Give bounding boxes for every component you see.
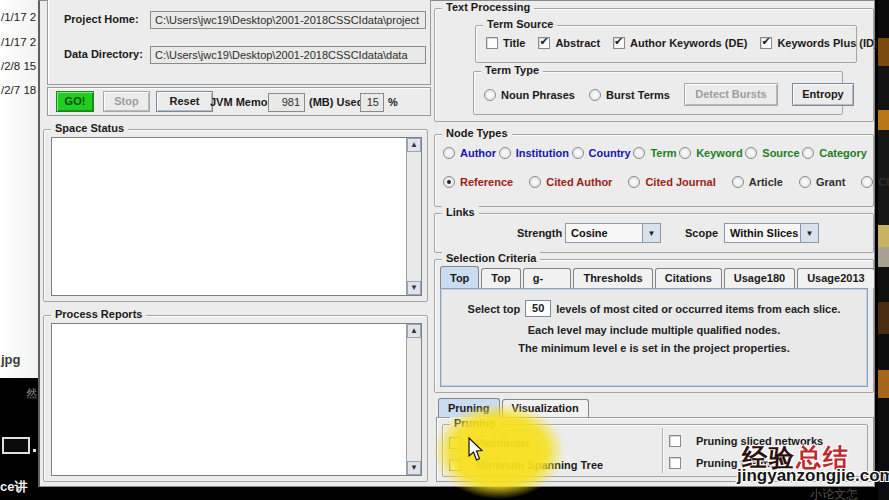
radio-source[interactable]: Source xyxy=(745,147,799,159)
radio-grant[interactable]: Grant xyxy=(799,176,845,188)
radio-label: Cited Author xyxy=(546,176,612,188)
entropy-button[interactable]: Entropy xyxy=(792,83,854,106)
tab-top-n-percent[interactable]: Top N% xyxy=(481,268,520,288)
radio-claim[interactable]: Claim xyxy=(861,176,889,188)
select-top-input[interactable]: 50 xyxy=(525,300,551,317)
space-status-title: Space Status xyxy=(51,122,128,134)
bg-date-line: /2/7 18 xyxy=(1,84,36,96)
radio-cited-journal[interactable]: Cited Journal xyxy=(628,176,715,188)
space-status-scrollbar[interactable]: ▲ ▼ xyxy=(406,138,421,295)
detect-bursts-button[interactable]: Detect Bursts xyxy=(684,83,778,106)
strength-value: Cosine xyxy=(566,227,642,239)
bg-date-line: /1/17 2 xyxy=(1,36,36,48)
bg-right-strip xyxy=(878,66,889,110)
radio-icon[interactable] xyxy=(443,147,455,159)
radio-label: Claim xyxy=(878,176,889,188)
reset-button[interactable]: Reset xyxy=(156,91,213,112)
radio-label: Source xyxy=(762,147,799,159)
chevron-down-icon[interactable]: ▼ xyxy=(800,224,818,242)
radio-icon[interactable] xyxy=(484,89,496,101)
radio-category[interactable]: Category xyxy=(802,147,867,159)
scroll-down-icon[interactable]: ▼ xyxy=(407,281,421,295)
jvm-memory-field[interactable]: 981 xyxy=(268,93,305,112)
divider xyxy=(662,428,663,473)
radio-icon[interactable] xyxy=(732,176,744,188)
radio-burst-terms[interactable]: Burst Terms xyxy=(589,89,670,101)
radio-author[interactable]: Author xyxy=(443,147,496,159)
checkbox-icon[interactable] xyxy=(669,457,681,469)
radio-label: Noun Phrases xyxy=(501,89,575,101)
strength-dropdown[interactable]: Cosine ▼ xyxy=(565,223,661,243)
term-type-title: Term Type xyxy=(481,64,543,76)
checkbox-checked-icon[interactable] xyxy=(538,37,550,49)
run-controls-panel: GO! Stop Reset JVM Memory 981 (MB) Used … xyxy=(47,87,431,116)
radio-label: Article xyxy=(749,176,783,188)
tab-usage180[interactable]: Usage180 xyxy=(724,268,795,288)
space-status-textarea[interactable]: ▲ ▼ xyxy=(51,137,422,296)
scope-dropdown[interactable]: Within Slices ▼ xyxy=(724,223,819,243)
radio-icon[interactable] xyxy=(628,176,640,188)
radio-country[interactable]: Country xyxy=(572,147,631,159)
data-directory-field[interactable]: C:\Users\jwc19\Desktop\2001-2018CSSCIdat… xyxy=(150,46,426,64)
percent-label: % xyxy=(388,96,398,108)
checkbox-icon[interactable] xyxy=(486,37,498,49)
radio-icon[interactable] xyxy=(633,147,645,159)
radio-selected-icon[interactable] xyxy=(443,176,455,188)
checkbox-checked-icon[interactable] xyxy=(613,37,625,49)
stop-button[interactable]: Stop xyxy=(103,91,150,112)
process-reports-textarea[interactable]: ▲ ▼ xyxy=(51,323,422,476)
tab-top-n[interactable]: Top N xyxy=(440,266,479,288)
radio-icon[interactable] xyxy=(679,147,691,159)
tab-usage2013[interactable]: Usage2013 xyxy=(797,268,875,288)
selection-criteria-title: Selection Criteria xyxy=(442,252,540,264)
radio-icon[interactable] xyxy=(589,89,601,101)
radio-icon[interactable] xyxy=(572,147,584,159)
chevron-down-icon[interactable]: ▼ xyxy=(642,224,660,242)
radio-icon[interactable] xyxy=(529,176,541,188)
radio-icon[interactable] xyxy=(861,176,873,188)
radio-icon[interactable] xyxy=(799,176,811,188)
checkbox-author-keywords[interactable]: Author Keywords (DE) xyxy=(613,37,747,49)
go-button[interactable]: GO! xyxy=(56,91,94,112)
tab-g-index[interactable]: g-index xyxy=(523,268,572,288)
criteria-note-line3: The minimum level e is set in the projec… xyxy=(518,342,789,354)
process-reports-scrollbar[interactable]: ▲ ▼ xyxy=(406,324,421,475)
bg-right-strip xyxy=(878,247,889,267)
radio-keyword[interactable]: Keyword xyxy=(679,147,742,159)
radio-noun-phrases[interactable]: Noun Phrases xyxy=(484,89,575,101)
checkbox-checked-icon[interactable] xyxy=(760,37,772,49)
project-paths-panel: Project Home: C:\Users\jwc19\Desktop\200… xyxy=(47,0,431,85)
background-file-list: /1/17 2 /1/17 2 /2/8 15 /2/7 18 jpg xyxy=(0,0,40,378)
project-home-field[interactable]: C:\Users\jwc19\Desktop\2001-2018CSSCIdat… xyxy=(150,11,426,29)
scroll-down-icon[interactable]: ▼ xyxy=(407,461,421,475)
node-types-title: Node Types xyxy=(442,127,512,139)
radio-icon[interactable] xyxy=(745,147,757,159)
radio-label: Institution xyxy=(516,147,569,159)
selection-criteria-group: Selection Criteria Top N Top N% g-index … xyxy=(434,259,874,393)
bg-right-strip xyxy=(878,267,889,302)
radio-label: Cited Journal xyxy=(645,176,715,188)
radio-icon[interactable] xyxy=(499,147,511,159)
checkbox-title[interactable]: Title xyxy=(486,37,525,49)
bg-right-strip xyxy=(878,302,889,334)
radio-institution[interactable]: Institution xyxy=(499,147,569,159)
checkbox-icon[interactable] xyxy=(669,435,681,447)
watermark-site-url: jingyanzongjie.com xyxy=(737,466,889,486)
checkbox-abstract[interactable]: Abstract xyxy=(538,37,600,49)
checkbox-keywords-plus[interactable]: Keywords Plus (ID) xyxy=(760,37,877,49)
bg-right-strip xyxy=(878,370,889,398)
radio-cited-author[interactable]: Cited Author xyxy=(529,176,612,188)
checkbox-label: Author Keywords (DE) xyxy=(630,37,747,49)
scroll-up-icon[interactable]: ▲ xyxy=(407,138,421,152)
scope-value: Within Slices xyxy=(725,227,800,239)
radio-reference[interactable]: Reference xyxy=(443,176,513,188)
tab-thresholds[interactable]: Thresholds xyxy=(573,268,652,288)
scroll-up-icon[interactable]: ▲ xyxy=(407,324,421,338)
radio-term[interactable]: Term xyxy=(633,147,676,159)
radio-article[interactable]: Article xyxy=(732,176,783,188)
tab-citations[interactable]: Citations xyxy=(655,268,722,288)
background-window-icon xyxy=(2,437,30,454)
radio-icon[interactable] xyxy=(802,147,814,159)
mouse-cursor-icon xyxy=(468,437,486,467)
used-percent-field[interactable]: 15 xyxy=(360,93,384,112)
